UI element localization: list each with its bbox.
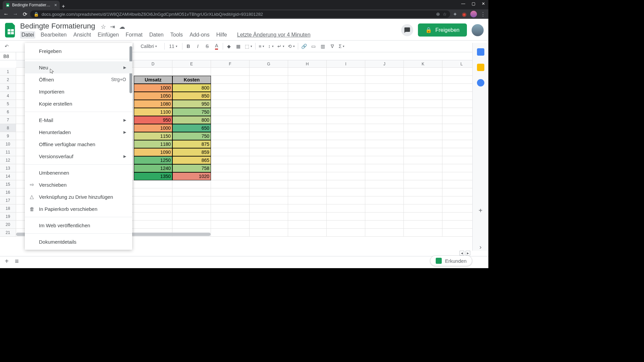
row-header[interactable]: 8 (0, 124, 16, 132)
cell[interactable] (288, 196, 327, 204)
account-avatar[interactable] (472, 24, 484, 36)
chrome-menu-icon[interactable]: ⋮ (480, 11, 486, 17)
zoom-icon[interactable]: ⊕ (436, 11, 440, 17)
menu-item-oeffnen[interactable]: ÖffnenStrg+O (25, 73, 132, 85)
cloud-status-icon[interactable]: ☁ (119, 23, 125, 31)
cell[interactable]: 1020 (172, 172, 211, 180)
cell[interactable] (250, 156, 288, 164)
name-box[interactable]: B8 (0, 52, 16, 60)
cell[interactable]: 859 (172, 148, 211, 156)
cell[interactable] (365, 204, 404, 213)
add-sheet-button[interactable]: + (3, 257, 11, 265)
comment-button[interactable]: ▭ (310, 42, 318, 50)
cell[interactable] (211, 172, 250, 180)
cell[interactable] (365, 140, 404, 148)
cell[interactable]: Kosten (172, 76, 211, 84)
cell[interactable] (288, 221, 327, 229)
cell[interactable] (404, 204, 442, 213)
menu-item-verschieben[interactable]: ⇨Verschieben (25, 179, 132, 191)
cell[interactable] (365, 172, 404, 180)
cell[interactable] (327, 229, 365, 237)
cell[interactable] (365, 68, 404, 76)
cell[interactable]: 875 (172, 140, 211, 148)
cell[interactable] (365, 156, 404, 164)
add-sidepanel-icon[interactable]: + (477, 207, 484, 214)
cell[interactable] (404, 124, 442, 132)
row-header[interactable]: 2 (0, 76, 16, 84)
cell[interactable] (404, 100, 442, 108)
rotate-button[interactable]: ⟲ (287, 42, 296, 50)
column-header[interactable]: G (250, 60, 288, 67)
menu-item-kopie[interactable]: Kopie erstellen (25, 98, 132, 110)
cell[interactable] (211, 204, 250, 213)
menu-item-email[interactable]: E-Mail▶ (25, 114, 132, 126)
menu-item-verknuepfung[interactable]: △Verknüpfung zu Drive hinzufügen (25, 191, 132, 203)
menu-addons[interactable]: Add-ons (188, 31, 211, 39)
cell[interactable] (250, 221, 288, 229)
cell[interactable] (327, 132, 365, 140)
menu-item-herunterladen[interactable]: Herunterladen▶ (25, 126, 132, 138)
row-header[interactable]: 10 (0, 140, 16, 148)
cell[interactable] (288, 172, 327, 180)
cell[interactable] (365, 221, 404, 229)
cell[interactable] (250, 188, 288, 196)
cell[interactable]: 750 (172, 132, 211, 140)
cell[interactable]: 1050 (134, 92, 172, 100)
cell[interactable] (327, 108, 365, 116)
cell[interactable] (365, 84, 404, 92)
cell[interactable] (211, 140, 250, 148)
tasks-icon[interactable] (477, 79, 484, 86)
cell[interactable] (211, 221, 250, 229)
cell[interactable] (365, 229, 404, 237)
menu-item-offline[interactable]: Offline verfügbar machen (25, 138, 132, 150)
menu-item-veroeffentlichen[interactable]: Im Web veröffentlichen (25, 219, 132, 231)
row-header[interactable]: 13 (0, 164, 16, 172)
browser-tab[interactable]: Bedingte Formatierung - Google × (3, 1, 60, 9)
cell[interactable] (404, 213, 442, 221)
cell[interactable] (211, 76, 250, 84)
cell[interactable] (404, 196, 442, 204)
cell[interactable] (288, 100, 327, 108)
borders-button[interactable]: ▦ (234, 42, 243, 50)
cell[interactable] (404, 172, 442, 180)
cell[interactable] (288, 229, 327, 237)
menu-item-dokumentdetails[interactable]: Dokumentdetails (25, 236, 132, 248)
cell[interactable] (250, 100, 288, 108)
cell[interactable] (172, 196, 211, 204)
cell[interactable] (172, 68, 211, 76)
column-header[interactable]: F (211, 60, 250, 67)
cell[interactable] (250, 196, 288, 204)
cell[interactable] (288, 156, 327, 164)
filter-button[interactable]: ∇ (328, 42, 336, 50)
cell[interactable] (250, 116, 288, 124)
cell[interactable] (404, 148, 442, 156)
cell[interactable] (250, 68, 288, 76)
font-size-select[interactable]: 11 (167, 42, 180, 50)
chart-button[interactable]: ▥ (319, 42, 327, 50)
cell[interactable] (211, 92, 250, 100)
cell[interactable] (250, 124, 288, 132)
row-header[interactable]: 9 (0, 132, 16, 140)
menu-hilfe[interactable]: Hilfe (215, 31, 228, 39)
row-header[interactable]: 20 (0, 221, 16, 229)
cell[interactable]: 950 (172, 100, 211, 108)
cell[interactable] (327, 164, 365, 172)
move-document-icon[interactable]: ⇥ (110, 23, 115, 31)
row-header[interactable]: 7 (0, 116, 16, 124)
row-header[interactable]: 21 (0, 229, 16, 237)
cell[interactable] (404, 108, 442, 116)
menu-item-umbenennen[interactable]: Umbenennen (25, 167, 132, 179)
cell[interactable] (288, 148, 327, 156)
row-header[interactable]: 11 (0, 148, 16, 156)
cell[interactable] (404, 221, 442, 229)
cell[interactable] (404, 156, 442, 164)
cell[interactable] (211, 156, 250, 164)
cell[interactable] (327, 172, 365, 180)
menu-tools[interactable]: Tools (169, 31, 184, 39)
cell[interactable] (365, 188, 404, 196)
cell[interactable]: 1180 (134, 140, 172, 148)
fill-color-button[interactable]: ◆ (225, 42, 233, 50)
cell[interactable] (288, 132, 327, 140)
row-header[interactable]: 17 (0, 196, 16, 204)
column-header[interactable]: D (134, 60, 172, 67)
